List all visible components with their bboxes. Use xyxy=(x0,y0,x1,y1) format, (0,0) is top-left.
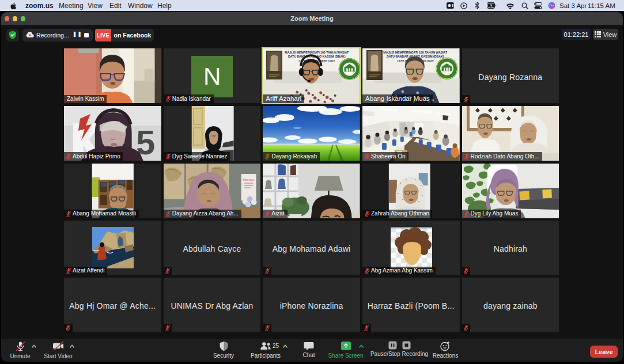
svg-text:Marriage: Marriage xyxy=(243,178,254,181)
svg-text:MAJLIS MEMPERINGATI 100 TAHUN: MAJLIS MEMPERINGATI 100 TAHUN WASIAT xyxy=(285,51,350,54)
svg-text:MAJLIS MEMPERINGATI 100 TAHUN: MAJLIS MEMPERINGATI 100 TAHUN WASIAT xyxy=(383,51,448,54)
